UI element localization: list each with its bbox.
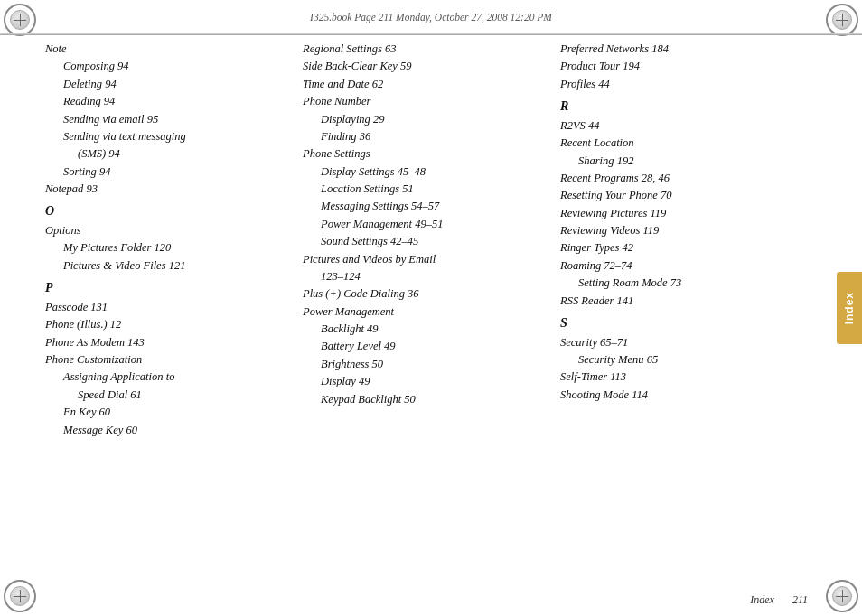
header-bar: I325.book Page 211 Monday, October 27, 2… [0, 0, 862, 34]
list-item: Backlight 49 [321, 321, 546, 338]
list-item: Phone (Illus.) 12 [45, 316, 288, 333]
list-item: Profiles 44 [560, 76, 803, 93]
list-item: Power Management 49–51 [321, 216, 546, 233]
list-item: Pictures and Videos by Email [303, 251, 546, 268]
list-item: Preferred Networks 184 [560, 41, 803, 58]
list-item: Battery Level 49 [321, 338, 546, 355]
list-item: Sending via text messaging [63, 128, 288, 145]
list-item: Message Key 60 [63, 422, 288, 439]
footer-page-number: 211 [792, 593, 808, 607]
index-tab-label: Index [843, 292, 856, 324]
index-tab: Index [837, 272, 862, 344]
list-item: R2VS 44 [560, 117, 803, 135]
column-2: Regional Settings 63 Side Back-Clear Key… [295, 41, 553, 571]
list-item: Reviewing Videos 119 [560, 222, 803, 239]
list-item: Plus (+) Code Dialing 36 [303, 285, 546, 303]
list-item: Options [45, 222, 288, 239]
list-item: Security 65–71 [560, 334, 803, 351]
list-item: Speed Dial 61 [78, 387, 288, 404]
column-1: Note Composing 94 Deleting 94 Reading 94… [45, 41, 295, 571]
list-item: Finding 36 [321, 128, 546, 145]
section-letter-p: P [45, 278, 288, 298]
list-item: (SMS) 94 [78, 145, 288, 163]
list-item: Regional Settings 63 [303, 41, 546, 58]
section-letter-o: O [45, 201, 288, 221]
list-item: Assigning Application to [63, 369, 288, 386]
list-item: Location Settings 51 [321, 181, 546, 198]
list-item: Displaying 29 [321, 111, 546, 128]
list-item: Phone As Modem 143 [45, 334, 288, 351]
list-item: Sending via email 95 [63, 111, 288, 128]
list-item: Setting Roam Mode 73 [578, 275, 803, 292]
column-3: Preferred Networks 184 Product Tour 194 … [553, 41, 812, 571]
list-item: Ringer Types 42 [560, 239, 803, 257]
list-item: Composing 94 [63, 58, 288, 75]
list-item: Display 49 [321, 373, 546, 390]
list-item: Passcode 131 [45, 299, 288, 316]
list-item: Roaming 72–74 [560, 257, 803, 275]
list-item: Keypad Backlight 50 [321, 391, 546, 408]
list-item: Display Settings 45–48 [321, 163, 546, 181]
list-item: Sound Settings 42–45 [321, 233, 546, 250]
list-item: 123–124 [321, 268, 546, 285]
list-item: Recent Programs 28, 46 [560, 170, 803, 187]
list-item: My Pictures Folder 120 [63, 239, 288, 257]
header-text: I325.book Page 211 Monday, October 27, 2… [14, 12, 848, 23]
list-item: RSS Reader 141 [560, 293, 803, 310]
header-divider [0, 34, 862, 35]
list-item: Fn Key 60 [63, 404, 288, 421]
list-item: Brightness 50 [321, 356, 546, 373]
list-item: Product Tour 194 [560, 58, 803, 75]
list-item: Deleting 94 [63, 76, 288, 93]
list-item: Note [45, 41, 288, 58]
list-item: Pictures & Video Files 121 [63, 257, 288, 275]
list-item: Side Back-Clear Key 59 [303, 58, 546, 75]
index-columns: Note Composing 94 Deleting 94 Reading 94… [45, 41, 812, 571]
list-item: Notepad 93 [45, 181, 288, 198]
footer-label: Index [750, 593, 774, 607]
list-item: Phone Customization [45, 351, 288, 369]
list-item: Sharing 192 [578, 153, 803, 170]
footer-text: Index 211 [750, 593, 808, 607]
list-item: Resetting Your Phone 70 [560, 187, 803, 204]
list-item: Reading 94 [63, 93, 288, 110]
section-letter-s: S [560, 313, 803, 333]
page: I325.book Page 211 Monday, October 27, 2… [0, 0, 862, 616]
main-content: Note Composing 94 Deleting 94 Reading 94… [45, 41, 812, 571]
list-item: Power Management [303, 303, 546, 321]
section-letter-r: R [560, 97, 803, 117]
list-item: Sorting 94 [63, 163, 288, 181]
list-item: Messaging Settings 54–57 [321, 198, 546, 215]
list-item: Reviewing Pictures 119 [560, 205, 803, 222]
list-item: Self-Timer 113 [560, 369, 803, 386]
list-item: Phone Settings [303, 145, 546, 163]
list-item: Time and Date 62 [303, 76, 546, 93]
list-item: Phone Number [303, 93, 546, 110]
footer: Index 211 [0, 593, 862, 607]
list-item: Recent Location [560, 135, 803, 152]
list-item: Shooting Mode 114 [560, 387, 803, 404]
list-item: Security Menu 65 [578, 351, 803, 369]
